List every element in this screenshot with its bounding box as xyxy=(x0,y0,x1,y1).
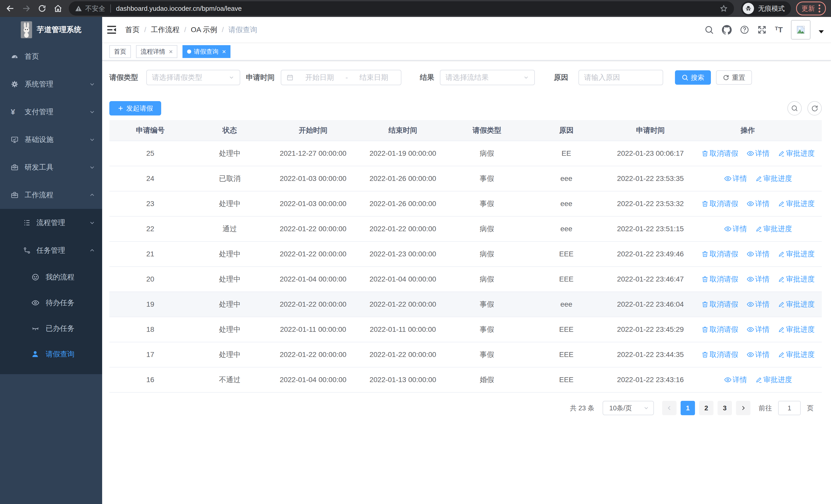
sidebar-item-系统管理[interactable]: 系统管理 xyxy=(0,70,102,98)
op-detail-link[interactable]: 详情 xyxy=(724,174,747,183)
tab-首页[interactable]: 首页 xyxy=(109,45,131,58)
sidebar-item-首页[interactable]: 首页 xyxy=(0,42,102,70)
op-progress-link[interactable]: 审批进度 xyxy=(778,350,815,359)
op-progress-link[interactable]: 审批进度 xyxy=(778,149,815,158)
table-row: 17处理中2022-01-22 00:00:002022-01-22 00:00… xyxy=(109,342,822,367)
cell-operations: 取消请假详情审批进度 xyxy=(694,267,822,292)
op-cancel-link[interactable]: 取消请假 xyxy=(701,249,738,259)
cell-id: 21 xyxy=(109,241,191,267)
sidebar-item-支付管理[interactable]: ¥支付管理 xyxy=(0,98,102,126)
range-separator: - xyxy=(345,73,348,82)
op-cancel-link[interactable]: 取消请假 xyxy=(701,299,738,309)
cell-operations: 取消请假详情审批进度 xyxy=(694,191,822,216)
op-cancel-link[interactable]: 取消请假 xyxy=(701,350,738,359)
sidebar-item-请假查询[interactable]: 请假查询 xyxy=(0,341,102,367)
cell-reason: EEE xyxy=(526,317,607,342)
op-progress-link[interactable]: 审批进度 xyxy=(755,375,792,385)
update-button[interactable]: 更新 xyxy=(796,2,826,16)
op-cancel-link[interactable]: 取消请假 xyxy=(701,199,738,209)
cell-operations: 详情审批进度 xyxy=(694,216,822,241)
op-detail-link[interactable]: 详情 xyxy=(747,325,770,334)
font-size-icon[interactable]: TT xyxy=(775,26,783,34)
op-progress-link[interactable]: 审批进度 xyxy=(778,274,815,284)
help-icon[interactable] xyxy=(740,25,749,34)
cell-type: 婚假 xyxy=(448,367,526,392)
op-progress-link[interactable]: 审批进度 xyxy=(778,249,815,259)
op-progress-link[interactable]: 审批进度 xyxy=(778,325,815,334)
github-icon[interactable] xyxy=(722,25,732,35)
app-logo[interactable]: 芋道管理系统 xyxy=(0,17,102,42)
cell-operations: 取消请假详情审批进度 xyxy=(694,241,822,267)
tags-view-bar: 首页流程详情×请假查询× xyxy=(102,43,831,61)
op-detail-link[interactable]: 详情 xyxy=(747,350,770,359)
address-bar[interactable]: 不安全 dashboard.yudao.iocoder.cn/bpm/oa/le… xyxy=(69,1,734,16)
apply-time-range[interactable]: 开始日期 - 结束日期 xyxy=(281,70,401,85)
sidebar-item-流程管理[interactable]: 流程管理 xyxy=(0,209,102,237)
op-detail-link[interactable]: 详情 xyxy=(747,299,770,309)
op-progress-link[interactable]: 审批进度 xyxy=(755,224,792,234)
reason-input[interactable]: 请输入原因 xyxy=(578,70,663,85)
op-cancel-link[interactable]: 取消请假 xyxy=(701,274,738,284)
sidebar-item-已办任务[interactable]: 已办任务 xyxy=(0,316,102,341)
cell-type: 病假 xyxy=(448,141,526,166)
close-icon[interactable]: × xyxy=(222,48,226,56)
op-detail-link[interactable]: 详情 xyxy=(747,149,770,158)
breadcrumb-separator: / xyxy=(144,26,146,34)
column-header: 状态 xyxy=(191,120,268,141)
cell-start: 2022-01-04 00:00:00 xyxy=(268,267,358,292)
op-progress-link[interactable]: 审批进度 xyxy=(778,299,815,309)
sidebar-item-工作流程[interactable]: 工作流程 xyxy=(0,181,102,209)
page-button-2[interactable]: 2 xyxy=(699,401,713,415)
table-refresh-button[interactable] xyxy=(807,101,822,116)
sidebar-item-待办任务[interactable]: 待办任务 xyxy=(0,290,102,316)
menu-dots-icon[interactable] xyxy=(819,4,821,12)
next-page-button[interactable] xyxy=(736,401,750,415)
op-detail-link[interactable]: 详情 xyxy=(747,274,770,284)
table-search-button[interactable] xyxy=(787,101,802,116)
sidebar-item-任务管理[interactable]: 任务管理 xyxy=(0,237,102,264)
page-button-1[interactable]: 1 xyxy=(681,401,695,415)
reload-icon[interactable] xyxy=(37,3,47,13)
sidebar-item-我的流程[interactable]: 我的流程 xyxy=(0,264,102,290)
fullscreen-icon[interactable] xyxy=(757,25,767,34)
cell-applied: 2022-01-22 23:46:04 xyxy=(607,292,694,317)
breadcrumb-item[interactable]: 工作流程 xyxy=(151,25,180,35)
goto-page-input[interactable]: 1 xyxy=(778,401,801,415)
cell-start: 2022-01-22 00:00:00 xyxy=(268,216,358,241)
sidebar-item-研发工具[interactable]: 研发工具 xyxy=(0,153,102,181)
back-icon[interactable] xyxy=(5,3,16,13)
reset-button[interactable]: 重置 xyxy=(716,70,752,85)
home-icon[interactable] xyxy=(53,3,63,13)
search-icon[interactable] xyxy=(705,25,714,34)
cell-operations: 详情审批进度 xyxy=(694,367,822,392)
close-icon[interactable]: × xyxy=(169,48,173,56)
breadcrumb-item[interactable]: OA 示例 xyxy=(191,25,218,35)
bookmark-star-icon[interactable] xyxy=(720,4,728,12)
forward-icon[interactable] xyxy=(21,3,31,13)
page-size-select[interactable]: 10条/页 xyxy=(603,401,654,415)
cell-reason: eee xyxy=(526,216,607,241)
cell-id: 17 xyxy=(109,342,191,367)
create-leave-button[interactable]: 发起请假 xyxy=(109,101,161,116)
page-button-3[interactable]: 3 xyxy=(718,401,732,415)
tab-请假查询[interactable]: 请假查询× xyxy=(182,45,230,58)
tab-流程详情[interactable]: 流程详情× xyxy=(136,45,177,58)
leave-type-select[interactable]: 请选择请假类型 xyxy=(146,70,240,85)
op-cancel-link[interactable]: 取消请假 xyxy=(701,149,738,158)
op-detail-link[interactable]: 详情 xyxy=(747,249,770,259)
breadcrumb-item[interactable]: 首页 xyxy=(125,25,140,35)
hamburger-icon[interactable] xyxy=(107,25,116,34)
sidebar-item-基础设施[interactable]: 基础设施 xyxy=(0,126,102,153)
op-progress-link[interactable]: 审批进度 xyxy=(778,199,815,209)
result-select[interactable]: 请选择流结果 xyxy=(440,70,535,85)
prev-page-button[interactable] xyxy=(662,401,677,415)
avatar[interactable] xyxy=(791,20,810,39)
filter-form: 请假类型 请选择请假类型 申请时间 开始日期 - 结束日期 结果 请选择流结果 xyxy=(109,70,822,85)
op-detail-link[interactable]: 详情 xyxy=(724,375,747,385)
search-button[interactable]: 搜索 xyxy=(675,70,711,85)
op-progress-link[interactable]: 审批进度 xyxy=(755,174,792,183)
op-detail-link[interactable]: 详情 xyxy=(724,224,747,234)
op-cancel-link[interactable]: 取消请假 xyxy=(701,325,738,334)
op-detail-link[interactable]: 详情 xyxy=(747,199,770,209)
caret-down-icon[interactable] xyxy=(819,30,824,33)
